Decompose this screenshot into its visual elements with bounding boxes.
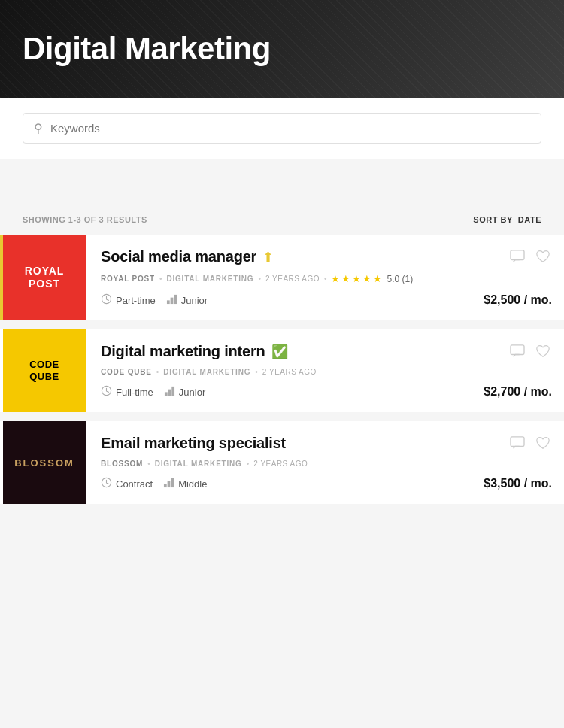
job-title-row: Social media manager ⬆ [101, 248, 274, 265]
comment-button[interactable] [508, 435, 526, 455]
job-header: Digital marketing intern ✅ [101, 343, 552, 363]
job-title-row: Email marketing specialist [101, 435, 286, 452]
svg-rect-5 [511, 345, 524, 355]
employment-type-label: Contract [116, 478, 153, 490]
search-bar[interactable]: ⚲ [23, 113, 541, 144]
employment-type-tag: Full-time [101, 385, 153, 399]
star-icon: ★ [362, 273, 371, 284]
svg-rect-4 [174, 295, 177, 304]
time-ago: 2 YEARS AGO [262, 368, 317, 376]
favorite-button[interactable] [534, 343, 552, 363]
employment-type-tag: Part-time [101, 293, 156, 307]
svg-rect-0 [511, 250, 524, 260]
comment-icon [510, 344, 525, 358]
job-actions [508, 343, 552, 363]
page-header: Digital Marketing [0, 0, 564, 98]
level-tag: Middle [163, 477, 207, 490]
job-content: Digital marketing intern ✅ [86, 329, 564, 412]
company-name: BLOSSOM [101, 460, 143, 468]
svg-rect-13 [168, 481, 171, 487]
job-title: Social media manager [101, 248, 256, 265]
search-icon: ⚲ [34, 121, 43, 135]
category-tag: DIGITAL MARKETING [163, 368, 250, 376]
salary: $3,500 / mo. [484, 477, 552, 490]
comment-button[interactable] [508, 248, 526, 268]
filters-bar [0, 159, 564, 205]
company-logo-wrapper: BLOSSOM [3, 421, 86, 504]
rating-stars: ★★★★★5.0 (1) [331, 273, 413, 284]
star-icon: ★ [331, 273, 340, 284]
svg-rect-3 [170, 298, 173, 304]
job-header: Social media manager ⬆ [101, 248, 552, 268]
job-card[interactable]: CODEQUBE Digital marketing intern ✅ [0, 329, 564, 412]
company-logo-wrapper: ROYALPOST [3, 235, 86, 320]
job-footer: Full-time Junior $2,700 / mo. [101, 385, 552, 399]
company-logo: ROYALPOST [3, 235, 86, 320]
rating-value: 5.0 (1) [387, 274, 413, 284]
level-icon [166, 293, 177, 307]
employment-type-tag: Contract [101, 477, 153, 490]
company-logo: CODEQUBE [3, 329, 86, 412]
job-title: Digital marketing intern [101, 343, 265, 360]
level-tag: Junior [166, 293, 208, 307]
page-title: Digital Marketing [23, 31, 271, 67]
svg-rect-2 [167, 300, 170, 304]
svg-rect-8 [168, 390, 171, 396]
verified-icon: ✅ [271, 344, 288, 360]
svg-rect-9 [171, 387, 174, 396]
job-meta: CODE QUBE • DIGITAL MARKETING • 2 YEARS … [101, 368, 552, 376]
job-footer: Part-time Junior $2,500 / mo. [101, 293, 552, 307]
job-header: Email marketing specialist [101, 435, 552, 455]
category-tag: DIGITAL MARKETING [155, 460, 242, 468]
level-icon [164, 385, 175, 399]
clock-icon [101, 477, 112, 490]
company-logo-wrapper: CODEQUBE [3, 329, 86, 412]
category-tag: DIGITAL MARKETING [166, 275, 253, 283]
job-title-row: Digital marketing intern ✅ [101, 343, 288, 360]
salary: $2,500 / mo. [484, 293, 552, 307]
company-logo: BLOSSOM [3, 421, 86, 504]
star-icon: ★ [373, 273, 382, 284]
clock-icon [101, 293, 112, 307]
results-count: SHOWING 1-3 OF 3 RESULTS [23, 215, 147, 224]
job-actions [508, 435, 552, 455]
svg-rect-12 [164, 484, 167, 487]
search-input[interactable] [50, 122, 530, 135]
time-ago: 2 YEARS AGO [253, 460, 308, 468]
job-card[interactable]: BLOSSOM Email marketing specialist [0, 421, 564, 504]
favorite-button[interactable] [534, 248, 552, 268]
comment-icon [510, 250, 525, 263]
favorite-button[interactable] [534, 435, 552, 455]
job-footer: Contract Middle $3,500 / mo. [101, 477, 552, 490]
employment-type-label: Part-time [116, 295, 156, 306]
job-tags: Contract Middle [101, 477, 207, 490]
star-icon: ★ [341, 273, 350, 284]
star-icon: ★ [352, 273, 361, 284]
job-tags: Full-time Junior [101, 385, 205, 399]
level-label: Junior [179, 387, 205, 398]
employment-type-label: Full-time [116, 387, 153, 398]
svg-rect-14 [171, 478, 174, 487]
salary: $2,700 / mo. [484, 385, 552, 399]
svg-rect-10 [511, 437, 524, 447]
company-name: CODE QUBE [101, 368, 152, 376]
level-tag: Junior [164, 385, 205, 399]
heart-icon [535, 344, 550, 358]
level-icon [163, 477, 174, 490]
comment-button[interactable] [508, 343, 526, 363]
job-content: Social media manager ⬆ [86, 235, 564, 320]
comment-icon [510, 436, 525, 450]
job-card[interactable]: ROYALPOST Social media manager ⬆ [0, 235, 564, 320]
svg-rect-7 [165, 392, 168, 396]
company-name: ROYAL POST [101, 275, 155, 283]
job-meta: BLOSSOM • DIGITAL MARKETING • 2 YEARS AG… [101, 460, 552, 468]
job-content: Email marketing specialist [86, 421, 564, 504]
level-label: Middle [178, 478, 207, 490]
job-tags: Part-time Junior [101, 293, 208, 307]
sort-label: SORT BY DATE [473, 215, 541, 224]
search-section: ⚲ [0, 98, 564, 159]
clock-icon [101, 385, 112, 399]
heart-icon [535, 436, 550, 450]
heart-icon [535, 250, 550, 263]
level-label: Junior [181, 295, 208, 306]
